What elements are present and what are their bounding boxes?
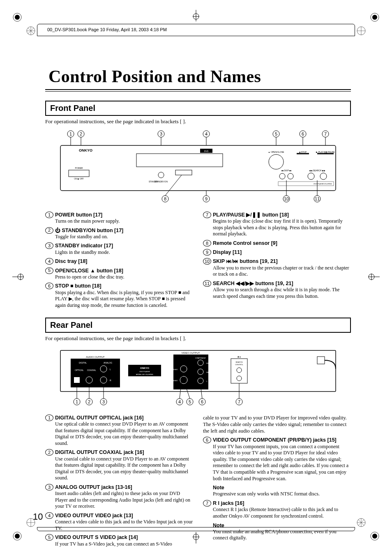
svg-text:9: 9 bbox=[205, 196, 208, 201]
svg-text:S VIDEO: S VIDEO bbox=[171, 380, 178, 382]
svg-text:DVD PLAYER: DVD PLAYER bbox=[139, 371, 150, 373]
item-title: STOP ■ button [18] bbox=[55, 283, 193, 289]
list-item: 5OPEN/CLOSE ▲ button [18]Press to open o… bbox=[45, 267, 193, 281]
svg-text:DVD PLAYER DV-SP301: DVD PLAYER DV-SP301 bbox=[314, 183, 332, 185]
svg-point-128 bbox=[237, 368, 242, 373]
item-desc: Press to open or close the disc tray. bbox=[55, 274, 193, 281]
item-title: ⏻ STANDBY/ON button [17] bbox=[55, 227, 193, 234]
svg-text:2: 2 bbox=[88, 399, 90, 404]
item-number: 4 bbox=[45, 258, 53, 265]
continuation-desc: cable to your TV and to your DVD Player … bbox=[203, 415, 351, 435]
item-desc: Use coaxial cable to connect your DVD Pl… bbox=[55, 456, 193, 481]
svg-text:6: 6 bbox=[302, 131, 304, 136]
svg-text:COAXIAL: COAXIAL bbox=[87, 369, 96, 371]
svg-text:DIGITAL: DIGITAL bbox=[79, 362, 87, 364]
svg-point-77 bbox=[288, 173, 293, 179]
svg-text:Y: Y bbox=[206, 380, 208, 382]
svg-text:5: 5 bbox=[189, 399, 191, 404]
item-title: DIGITAL OUTPUT COAXIAL jack [16] bbox=[55, 449, 193, 456]
register-footer-right-icon bbox=[357, 518, 366, 529]
item-number: 2 bbox=[45, 227, 53, 234]
register-mark-br bbox=[370, 531, 380, 543]
svg-point-7 bbox=[372, 534, 377, 539]
item-desc: Insert audio cables (left and rights) to… bbox=[55, 491, 193, 510]
svg-text:5: 5 bbox=[275, 131, 277, 136]
item-number: 10 bbox=[203, 258, 211, 265]
page-title: Control Position and Names bbox=[45, 66, 351, 88]
note-heading: Note bbox=[213, 484, 351, 491]
item-desc: Begins to play disc (close disc tray fir… bbox=[213, 218, 351, 237]
register-mark-mb bbox=[192, 532, 200, 545]
register-mark-mr bbox=[368, 272, 380, 282]
item-number: 2 bbox=[45, 449, 53, 456]
svg-point-3 bbox=[372, 15, 377, 20]
svg-point-1 bbox=[15, 15, 20, 20]
list-item: 11SEARCH ◀◀/▶▶ buttons [19, 21]Allow you… bbox=[203, 280, 351, 299]
svg-text:2: 2 bbox=[80, 131, 82, 136]
item-title: DIGITAL OUTPUT OPTICAL jack [16] bbox=[55, 415, 193, 421]
item-desc: Stops playing a disc. When disc is playi… bbox=[55, 290, 193, 309]
register-header-right-icon bbox=[357, 26, 366, 37]
svg-text:6: 6 bbox=[201, 399, 203, 404]
item-desc: If your TV has component inputs, you can… bbox=[213, 444, 351, 482]
svg-text:7: 7 bbox=[238, 399, 240, 404]
list-item: 8Remote Control sensor [9] bbox=[203, 240, 351, 246]
list-item: 7R I jacks [16]Connect R I jacks (Remote… bbox=[203, 500, 351, 541]
svg-text:8: 8 bbox=[164, 196, 166, 201]
rear-panel-diagram: AUDIO OUTPUT DIGITAL ANALOG OPTICAL COAX… bbox=[45, 346, 351, 408]
list-item: 6VIDEO OUTPUT COMPONENT (PR/PB/Y) jacks … bbox=[203, 437, 351, 497]
svg-point-78 bbox=[308, 173, 314, 180]
note-desc: Progressive scan only works with NTSC fo… bbox=[213, 491, 351, 497]
item-number: 8 bbox=[203, 240, 211, 246]
list-item: 5VIDEO OUTPUT S VIDEO jack [14]If your T… bbox=[45, 534, 193, 547]
list-item: 1POWER button [17]Turns on the main powe… bbox=[45, 212, 193, 225]
svg-text:OPTICAL: OPTICAL bbox=[75, 369, 84, 371]
svg-text:DVD: DVD bbox=[204, 150, 209, 152]
svg-text:7: 7 bbox=[324, 131, 327, 136]
svg-text:ON ▮ OFF: ON ▮ OFF bbox=[74, 177, 83, 180]
item-title: OPEN/CLOSE ▲ button [18] bbox=[55, 267, 193, 274]
list-item: 3ANALOG OUTPUT jacks [13-16]Insert audio… bbox=[45, 484, 193, 510]
svg-text:⏮ SKIP ⏭: ⏮ SKIP ⏭ bbox=[281, 169, 291, 172]
item-desc: Turns on the main power supply. bbox=[55, 218, 193, 225]
item-number: 3 bbox=[45, 484, 53, 491]
item-title: PLAY/PAUSE ▶/❚❚ button [18] bbox=[213, 212, 351, 218]
item-number: 1 bbox=[45, 415, 53, 421]
item-number: 4 bbox=[45, 512, 53, 519]
svg-text:L: L bbox=[110, 368, 111, 371]
item-title: Remote Control sensor [9] bbox=[213, 240, 351, 246]
book-header-text: 00_DV-SP301.book Page 10 Friday, April 1… bbox=[47, 27, 167, 33]
item-title: VIDEO OUTPUT VIDEO jack [13] bbox=[55, 512, 193, 519]
svg-text:ONKYO: ONKYO bbox=[140, 367, 149, 369]
svg-rect-61 bbox=[69, 170, 89, 177]
svg-text:AUDIO OUTPUT: AUDIO OUTPUT bbox=[86, 356, 105, 358]
book-footer-bar bbox=[37, 527, 355, 531]
svg-rect-111 bbox=[173, 355, 208, 389]
callout-1: 1 bbox=[69, 131, 72, 136]
item-number: 6 bbox=[203, 437, 211, 443]
register-mark-bl bbox=[12, 531, 22, 543]
svg-text:4: 4 bbox=[178, 399, 181, 404]
item-title: VIDEO OUTPUT S VIDEO jack [14] bbox=[55, 534, 193, 541]
book-header-bar: 00_DV-SP301.book Page 10 Friday, April 1… bbox=[37, 24, 355, 36]
svg-rect-101 bbox=[74, 377, 80, 383]
svg-text:11: 11 bbox=[315, 196, 320, 201]
list-item: 2DIGITAL OUTPUT COAXIAL jack [16]Use coa… bbox=[45, 449, 193, 481]
svg-text:VIDEO OUTPUT: VIDEO OUTPUT bbox=[181, 352, 200, 354]
item-number: 6 bbox=[45, 283, 53, 289]
svg-text:ANALOG: ANALOG bbox=[104, 362, 112, 364]
list-item: 3STANDBY indicator [17]Lights in the sta… bbox=[45, 242, 193, 256]
page-number: 10 bbox=[33, 511, 43, 523]
item-number: 5 bbox=[45, 534, 53, 541]
item-desc: Lights in the standby mode. bbox=[55, 249, 193, 256]
svg-text:3: 3 bbox=[102, 399, 105, 404]
item-number: 7 bbox=[203, 500, 211, 507]
item-title: VIDEO OUTPUT COMPONENT (PR/PB/Y) jacks [… bbox=[213, 437, 351, 443]
svg-text:STANDBY/ON: STANDBY/ON bbox=[154, 180, 168, 183]
front-panel-diagram: 1 2 3 4 5 6 7 ONKYO DVD POWER ON ▮ OFF S… bbox=[45, 129, 351, 205]
svg-text:R I: R I bbox=[238, 356, 241, 358]
svg-point-76 bbox=[279, 173, 285, 179]
svg-text:CONTROL: CONTROL bbox=[235, 364, 243, 366]
front-panel-items: 1POWER button [17]Turns on the main powe… bbox=[45, 209, 351, 309]
item-desc: Connect R I jacks (Remote Interactive) c… bbox=[213, 507, 351, 519]
